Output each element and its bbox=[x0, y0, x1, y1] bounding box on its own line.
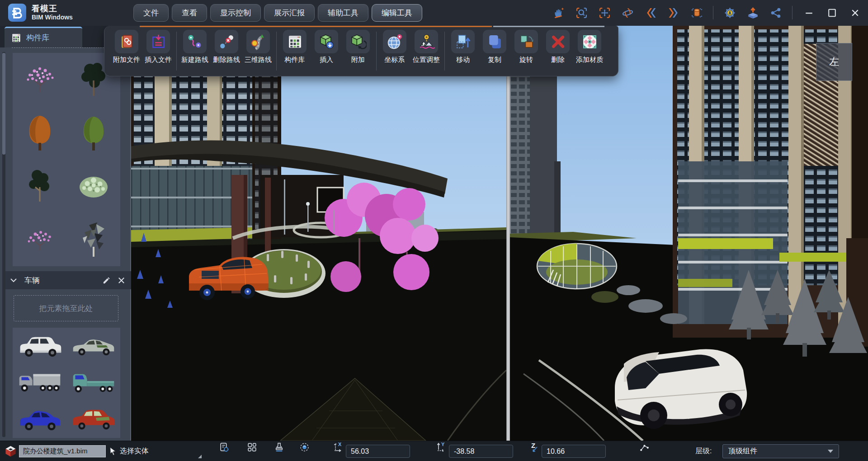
vehicle-thumbnail-teal-flatbed-truck[interactable] bbox=[66, 364, 120, 401]
ribbon-button-label: 三维路线 bbox=[245, 56, 272, 64]
vehicles-section-title: 车辆 bbox=[24, 275, 40, 286]
ribbon-button-insert-file[interactable]: 插入文件 bbox=[142, 30, 174, 64]
tab-edit-tools[interactable]: 编辑工具 bbox=[372, 4, 422, 22]
viewport-splitter[interactable] bbox=[506, 26, 510, 441]
drop-hint-text: 把元素拖至此处 bbox=[39, 303, 93, 314]
ribbon-button-label: 插入 bbox=[320, 56, 333, 64]
y-coordinate-input[interactable] bbox=[449, 445, 513, 458]
chevron-down-icon[interactable] bbox=[9, 276, 18, 285]
x-axis-icon: X bbox=[332, 441, 344, 453]
edit-tools-ribbon: 附加文件 插入文件 新建路线 删除路线 三维路线 bbox=[104, 26, 618, 76]
level-dropdown[interactable]: 顶级组件 bbox=[722, 444, 839, 458]
ribbon-button-3d-route[interactable]: 三维路线 bbox=[242, 30, 274, 64]
tab-display-control[interactable]: 显示控制 bbox=[210, 4, 261, 22]
titlebar-divider bbox=[713, 6, 713, 19]
tab-file[interactable]: 文件 bbox=[133, 4, 169, 22]
minimize-button[interactable] bbox=[802, 6, 816, 19]
export-model-icon[interactable] bbox=[746, 6, 760, 19]
ribbon-button-label: 附加文件 bbox=[113, 56, 140, 64]
maximize-button[interactable] bbox=[825, 6, 839, 19]
model-filename-field[interactable]: 院办公楼建筑_v1.bim bbox=[19, 445, 106, 457]
edit-pencil-icon[interactable] bbox=[102, 276, 111, 285]
ribbon-button-new-route[interactable]: 新建路线 bbox=[179, 30, 211, 64]
close-section-icon[interactable] bbox=[117, 276, 126, 285]
tab-aux-tools[interactable]: 辅助工具 bbox=[318, 4, 368, 22]
sidebar-tab-component-library[interactable]: 构件库 bbox=[5, 27, 82, 47]
tree-thumbnail-orange[interactable] bbox=[13, 106, 66, 160]
view-grid-icon[interactable] bbox=[246, 441, 258, 453]
sidebar-scrollbar[interactable] bbox=[2, 52, 5, 437]
share-icon[interactable] bbox=[769, 6, 783, 19]
rotate-icon bbox=[514, 30, 538, 53]
ribbon-button-label: 复制 bbox=[488, 56, 501, 64]
x-coordinate-input[interactable] bbox=[346, 445, 410, 458]
ribbon-button-coordinate-system[interactable]: 坐标系 bbox=[379, 30, 410, 64]
vehicle-thumbnail-silver-sports-car[interactable] bbox=[66, 328, 120, 364]
orbit-icon[interactable] bbox=[621, 6, 634, 19]
close-button[interactable] bbox=[848, 6, 862, 19]
tab-view[interactable]: 查看 bbox=[172, 4, 207, 22]
tree-thumbnail-dark-green-2[interactable] bbox=[13, 160, 66, 213]
view-cube-left-face-button[interactable]: 左 bbox=[816, 43, 852, 81]
mode-expander-triangle[interactable] bbox=[198, 455, 202, 458]
add-material-icon bbox=[578, 30, 601, 53]
ribbon-button-add-material[interactable]: 添加材质 bbox=[574, 30, 605, 64]
settings-user-icon[interactable] bbox=[723, 6, 736, 19]
position-adjust-icon bbox=[415, 30, 438, 53]
ribbon-button-delete[interactable]: 删除 bbox=[542, 30, 574, 64]
sidebar-scrollbar-thumb[interactable] bbox=[2, 53, 5, 155]
tree-thumbnail-flower-bush[interactable] bbox=[66, 160, 120, 213]
ribbon-button-delete-route[interactable]: 删除路线 bbox=[211, 30, 242, 64]
vehicle-thumbnail-white-suv[interactable] bbox=[13, 328, 66, 364]
ribbon-button-label: 删除路线 bbox=[213, 56, 240, 64]
ribbon-button-copy[interactable]: 复制 bbox=[479, 30, 510, 64]
z-coordinate-input[interactable] bbox=[542, 445, 606, 458]
ribbon-button-attach[interactable]: 附加 bbox=[342, 30, 374, 64]
model-settings-icon[interactable] bbox=[218, 441, 230, 453]
svg-text:Z: Z bbox=[531, 442, 535, 449]
back-icon[interactable] bbox=[644, 6, 657, 19]
ribbon-button-label: 插入文件 bbox=[145, 56, 172, 64]
vehicles-drop-area[interactable]: 把元素拖至此处 bbox=[14, 295, 118, 321]
polyline-measure-icon[interactable] bbox=[638, 441, 650, 453]
section-box-icon[interactable] bbox=[690, 6, 703, 19]
ribbon-button-move[interactable]: 移动 bbox=[447, 30, 479, 64]
component-library-sidebar: 构件库 bbox=[0, 26, 131, 441]
tree-thumbnail-gray-abstract[interactable] bbox=[66, 213, 120, 266]
attach-file-icon bbox=[115, 30, 138, 53]
ribbon-button-label: 旋转 bbox=[519, 56, 533, 64]
stamp-tool-icon[interactable] bbox=[273, 441, 285, 453]
pan-hand-icon[interactable] bbox=[552, 6, 565, 19]
sidebar-tab-label: 构件库 bbox=[26, 33, 49, 43]
vehicle-thumbnail-gray-truck[interactable] bbox=[13, 364, 66, 401]
tree-thumbnail-pink-blossom[interactable] bbox=[13, 53, 66, 106]
ribbon-button-insert[interactable]: 插入 bbox=[311, 30, 342, 64]
fit-view-icon[interactable] bbox=[598, 6, 611, 19]
ribbon-button-component-library[interactable]: 构件库 bbox=[279, 30, 311, 64]
select-cursor-icon bbox=[108, 441, 118, 461]
zoom-select-icon[interactable] bbox=[575, 6, 588, 19]
ribbon-button-attach-file[interactable]: 附加文件 bbox=[111, 30, 142, 64]
delete-route-icon bbox=[215, 30, 238, 53]
selection-mode-label[interactable]: 选择实体 bbox=[120, 441, 149, 461]
right-3d-view[interactable] bbox=[510, 26, 868, 441]
ribbon-button-position-adjust[interactable]: 位置调整 bbox=[410, 30, 442, 64]
forward-icon[interactable] bbox=[667, 6, 680, 19]
vehicle-thumbnail-red-suv[interactable] bbox=[66, 401, 120, 438]
move-icon bbox=[451, 30, 475, 53]
titlebar-toolbar bbox=[552, 6, 862, 19]
level-dropdown-value: 顶级组件 bbox=[728, 447, 757, 456]
tree-thumbnail-pink-blossom-2[interactable] bbox=[13, 213, 66, 266]
tab-presentation[interactable]: 展示汇报 bbox=[264, 4, 315, 22]
focus-target-icon[interactable] bbox=[298, 441, 310, 453]
ribbon-button-label: 添加材质 bbox=[576, 56, 603, 64]
left-3d-view[interactable] bbox=[131, 26, 506, 441]
insert-cube-icon bbox=[315, 30, 338, 53]
vehicle-thumbnail-blue-hatchback[interactable] bbox=[13, 401, 66, 438]
insert-file-icon bbox=[146, 30, 170, 53]
titlebar: 看模王 BIM Windows 文件 查看 显示控制 展示汇报 辅助工具 编辑工… bbox=[0, 0, 868, 26]
copy-icon bbox=[483, 30, 506, 53]
tree-library-panel bbox=[13, 53, 120, 266]
ribbon-button-rotate[interactable]: 旋转 bbox=[510, 30, 542, 64]
tree-thumbnail-green[interactable] bbox=[66, 106, 120, 160]
